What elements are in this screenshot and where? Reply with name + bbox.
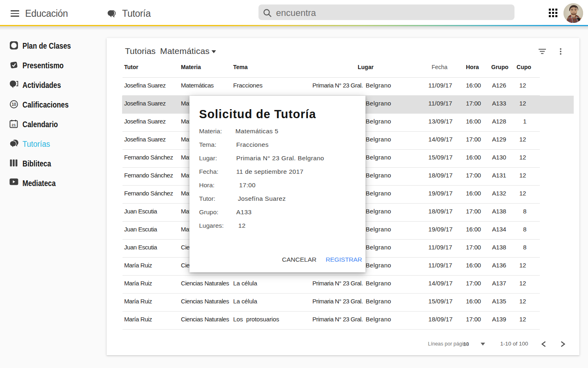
svg-text:10: 10 — [11, 102, 16, 107]
svg-text:21: 21 — [11, 123, 16, 127]
